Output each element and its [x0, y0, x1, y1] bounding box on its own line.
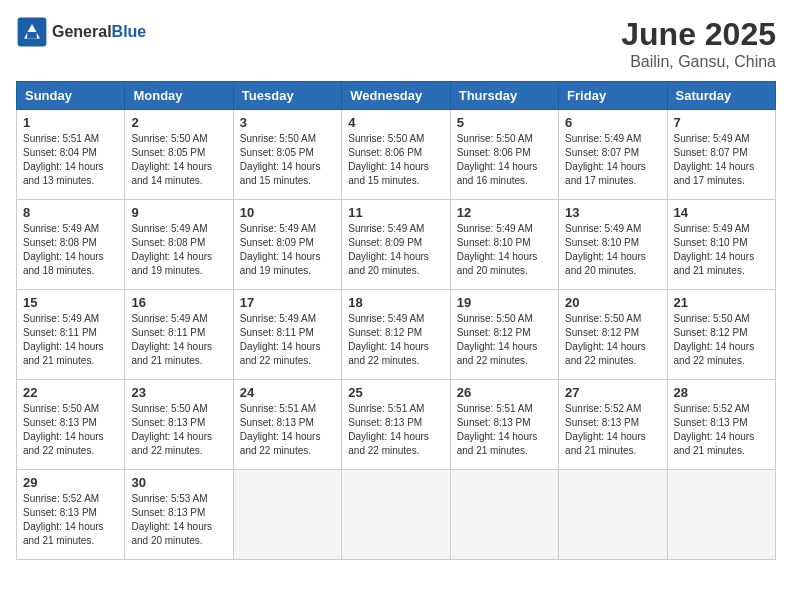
day-9: 9 Sunrise: 5:49 AMSunset: 8:08 PMDayligh… — [125, 200, 233, 290]
day-24: 24 Sunrise: 5:51 AMSunset: 8:13 PMDaylig… — [233, 380, 341, 470]
day-4: 4 Sunrise: 5:50 AMSunset: 8:06 PMDayligh… — [342, 110, 450, 200]
logo-blue: Blue — [112, 23, 147, 40]
day-13: 13 Sunrise: 5:49 AMSunset: 8:10 PMDaylig… — [559, 200, 667, 290]
day-10: 10 Sunrise: 5:49 AMSunset: 8:09 PMDaylig… — [233, 200, 341, 290]
day-17: 17 Sunrise: 5:49 AMSunset: 8:11 PMDaylig… — [233, 290, 341, 380]
calendar-table: Sunday Monday Tuesday Wednesday Thursday… — [16, 81, 776, 560]
calendar-subtitle: Bailin, Gansu, China — [621, 53, 776, 71]
day-15: 15 Sunrise: 5:49 AMSunset: 8:11 PMDaylig… — [17, 290, 125, 380]
empty-cell-5 — [667, 470, 775, 560]
day-3: 3 Sunrise: 5:50 AMSunset: 8:05 PMDayligh… — [233, 110, 341, 200]
day-21: 21 Sunrise: 5:50 AMSunset: 8:12 PMDaylig… — [667, 290, 775, 380]
day-11: 11 Sunrise: 5:49 AMSunset: 8:09 PMDaylig… — [342, 200, 450, 290]
week-row-3: 15 Sunrise: 5:49 AMSunset: 8:11 PMDaylig… — [17, 290, 776, 380]
logo-general: General — [52, 23, 112, 40]
day-7: 7 Sunrise: 5:49 AMSunset: 8:07 PMDayligh… — [667, 110, 775, 200]
empty-cell-1 — [233, 470, 341, 560]
day-19: 19 Sunrise: 5:50 AMSunset: 8:12 PMDaylig… — [450, 290, 558, 380]
day-22: 22 Sunrise: 5:50 AMSunset: 8:13 PMDaylig… — [17, 380, 125, 470]
col-monday: Monday — [125, 82, 233, 110]
col-tuesday: Tuesday — [233, 82, 341, 110]
week-row-2: 8 Sunrise: 5:49 AMSunset: 8:08 PMDayligh… — [17, 200, 776, 290]
week-row-1: 1 Sunrise: 5:51 AMSunset: 8:04 PMDayligh… — [17, 110, 776, 200]
day-16: 16 Sunrise: 5:49 AMSunset: 8:11 PMDaylig… — [125, 290, 233, 380]
week-row-4: 22 Sunrise: 5:50 AMSunset: 8:13 PMDaylig… — [17, 380, 776, 470]
empty-cell-4 — [559, 470, 667, 560]
day-14: 14 Sunrise: 5:49 AMSunset: 8:10 PMDaylig… — [667, 200, 775, 290]
title-area: June 2025 Bailin, Gansu, China — [621, 16, 776, 71]
day-18: 18 Sunrise: 5:49 AMSunset: 8:12 PMDaylig… — [342, 290, 450, 380]
col-thursday: Thursday — [450, 82, 558, 110]
calendar-title: June 2025 — [621, 16, 776, 53]
day-26: 26 Sunrise: 5:51 AMSunset: 8:13 PMDaylig… — [450, 380, 558, 470]
day-27: 27 Sunrise: 5:52 AMSunset: 8:13 PMDaylig… — [559, 380, 667, 470]
page-header: GeneralBlue June 2025 Bailin, Gansu, Chi… — [16, 16, 776, 71]
empty-cell-3 — [450, 470, 558, 560]
header-row: Sunday Monday Tuesday Wednesday Thursday… — [17, 82, 776, 110]
col-wednesday: Wednesday — [342, 82, 450, 110]
col-saturday: Saturday — [667, 82, 775, 110]
day-28: 28 Sunrise: 5:52 AMSunset: 8:13 PMDaylig… — [667, 380, 775, 470]
col-sunday: Sunday — [17, 82, 125, 110]
day-29: 29 Sunrise: 5:52 AMSunset: 8:13 PMDaylig… — [17, 470, 125, 560]
week-row-5: 29 Sunrise: 5:52 AMSunset: 8:13 PMDaylig… — [17, 470, 776, 560]
day-6: 6 Sunrise: 5:49 AMSunset: 8:07 PMDayligh… — [559, 110, 667, 200]
day-23: 23 Sunrise: 5:50 AMSunset: 8:13 PMDaylig… — [125, 380, 233, 470]
logo: GeneralBlue — [16, 16, 146, 48]
day-5: 5 Sunrise: 5:50 AMSunset: 8:06 PMDayligh… — [450, 110, 558, 200]
col-friday: Friday — [559, 82, 667, 110]
day-8: 8 Sunrise: 5:49 AMSunset: 8:08 PMDayligh… — [17, 200, 125, 290]
day-30: 30 Sunrise: 5:53 AMSunset: 8:13 PMDaylig… — [125, 470, 233, 560]
day-20: 20 Sunrise: 5:50 AMSunset: 8:12 PMDaylig… — [559, 290, 667, 380]
empty-cell-2 — [342, 470, 450, 560]
day-12: 12 Sunrise: 5:49 AMSunset: 8:10 PMDaylig… — [450, 200, 558, 290]
day-1: 1 Sunrise: 5:51 AMSunset: 8:04 PMDayligh… — [17, 110, 125, 200]
logo-icon — [16, 16, 48, 48]
day-25: 25 Sunrise: 5:51 AMSunset: 8:13 PMDaylig… — [342, 380, 450, 470]
svg-rect-2 — [27, 32, 37, 38]
day-2: 2 Sunrise: 5:50 AMSunset: 8:05 PMDayligh… — [125, 110, 233, 200]
